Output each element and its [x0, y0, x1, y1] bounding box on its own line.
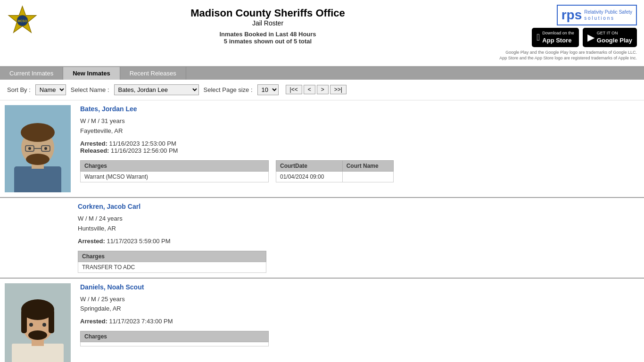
- tab-recent-releases[interactable]: Recent Releases: [120, 67, 186, 80]
- google-play-icon: ▶: [587, 32, 594, 43]
- table-row: 01/04/2024 09:00: [276, 171, 394, 182]
- inmate-details: Daniels, Noah Scout W / M / 25 years Spr…: [80, 283, 639, 347]
- name-select[interactable]: Bates, Jordan Lee Corkren, Jacob Carl Da…: [114, 84, 199, 95]
- sheriff-logo: MCSO: [7, 5, 40, 37]
- app-disclaimer: Google Play and the Google Play logo are…: [499, 49, 637, 61]
- inmate-name[interactable]: Bates, Jordan Lee: [80, 105, 639, 113]
- svg-point-23: [42, 323, 46, 327]
- site-title-block: Madison County Sheriffs Office Jail Rost…: [40, 5, 495, 45]
- inmate-row: Bates, Jordan Lee W / M / 31 years Fayet…: [0, 100, 644, 198]
- inmate-details: Corkren, Jacob Carl W / M / 24 years Hun…: [78, 203, 639, 273]
- rps-subtitle: Relativity Public Safety s o l u t i o n…: [584, 9, 632, 21]
- court-name-value: [342, 171, 393, 182]
- charges-table: Charges TRANSFER TO ADC: [78, 251, 266, 273]
- sheriff-star-icon: MCSO: [7, 5, 38, 35]
- charges-header: Charges: [81, 331, 269, 342]
- inmate-demographics: W / M / 24 years Huntsville, AR: [78, 214, 639, 234]
- app-store-button[interactable]:  Download on the App Store: [532, 28, 579, 47]
- filter-controls: Sort By : Name Date Select Name : Bates,…: [0, 80, 644, 100]
- prev-page-button[interactable]: <: [304, 85, 315, 94]
- inmate-row: Daniels, Noah Scout W / M / 25 years Spr…: [0, 279, 644, 362]
- svg-point-7: [21, 123, 55, 142]
- header-right-block: rps Relativity Public Safety s o l u t i…: [495, 5, 637, 61]
- svg-rect-4: [14, 166, 61, 192]
- tab-new-inmates[interactable]: New Inmates: [63, 67, 120, 80]
- inmate-demographics: W / M / 25 years Springdale, AR: [80, 295, 639, 314]
- page-title: Madison County Sheriffs Office: [40, 7, 495, 19]
- inmate-dates: Arrested: 11/17/2023 7:43:00 PM: [80, 318, 639, 325]
- rps-subtitle-line2: s o l u t i o n s: [584, 15, 632, 21]
- court-table: CourtDate Court Name 01/04/2024 09:00: [276, 160, 394, 182]
- charge-value: [81, 342, 269, 346]
- court-name-header: Court Name: [342, 160, 393, 171]
- inmate-name[interactable]: Daniels, Noah Scout: [80, 283, 639, 291]
- name-select-label: Select Name :: [71, 86, 109, 93]
- pagination-buttons: |<< < > >>|: [286, 85, 347, 94]
- charges-table: Charges Warrant (MCSO Warrant): [80, 160, 269, 182]
- inmates-count-label: 5 inmates shown out of 5 total: [40, 38, 495, 45]
- inmate-tables: Charges: [80, 329, 639, 346]
- page-size-select[interactable]: 10 25 50: [257, 84, 279, 95]
- sort-select[interactable]: Name Date: [35, 84, 66, 95]
- inmate-tables: Charges Warrant (MCSO Warrant) CourtDate…: [80, 158, 639, 182]
- svg-rect-19: [21, 310, 27, 333]
- sort-label: Sort By :: [7, 86, 31, 93]
- charge-value: TRANSFER TO ADC: [78, 262, 266, 272]
- inmate-details: Bates, Jordan Lee W / M / 31 years Fayet…: [80, 105, 639, 182]
- charges-header: Charges: [81, 160, 269, 171]
- mugshot-image: [5, 105, 71, 192]
- svg-point-12: [28, 147, 31, 150]
- app-download-buttons:  Download on the App Store ▶ GET IT ON …: [532, 28, 637, 47]
- charges-header: Charges: [78, 251, 266, 262]
- inmate-name[interactable]: Corkren, Jacob Carl: [78, 203, 639, 210]
- rps-logo-text: rps: [561, 8, 582, 23]
- inmate-dates: Arrested: 11/17/2023 5:59:00 PM: [78, 238, 639, 245]
- mugshot-image: [5, 283, 71, 362]
- svg-point-22: [29, 323, 33, 327]
- inmates-booked-label: Inmates Booked in Last 48 Hours: [40, 31, 495, 38]
- table-row: [81, 342, 269, 346]
- google-play-button[interactable]: ▶ GET IT ON Google Play: [583, 28, 637, 47]
- tab-current-inmates[interactable]: Current Inmates: [0, 67, 63, 80]
- rps-subtitle-line1: Relativity Public Safety: [584, 9, 632, 15]
- page-subtitle: Jail Roster: [40, 19, 495, 27]
- court-date-value: 01/04/2024 09:00: [276, 171, 343, 182]
- inmate-row: Corkren, Jacob Carl W / M / 24 years Hun…: [0, 198, 644, 279]
- rps-logo: rps Relativity Public Safety s o l u t i…: [557, 5, 637, 25]
- svg-rect-20: [49, 310, 54, 333]
- inmate-photo: [5, 105, 73, 192]
- svg-rect-15: [12, 344, 64, 362]
- charge-value: Warrant (MCSO Warrant): [81, 171, 269, 182]
- page-size-label: Select Page size :: [204, 86, 253, 93]
- svg-point-21: [28, 330, 47, 340]
- app-store-text: Download on the App Store: [542, 30, 574, 45]
- table-row: TRANSFER TO ADC: [78, 262, 266, 272]
- svg-point-13: [44, 147, 47, 150]
- next-page-button[interactable]: >: [317, 85, 329, 94]
- svg-text:MCSO: MCSO: [18, 19, 27, 23]
- charges-table: Charges: [80, 331, 269, 346]
- inmate-photo: [5, 283, 73, 362]
- inmate-demographics: W / M / 31 years Fayetteville, AR: [80, 116, 639, 136]
- inmate-tables: Charges TRANSFER TO ADC: [78, 248, 639, 273]
- apple-icon: : [537, 32, 540, 43]
- svg-point-8: [26, 154, 50, 165]
- table-row: Warrant (MCSO Warrant): [81, 171, 269, 182]
- navigation-tabs: Current Inmates New Inmates Recent Relea…: [0, 66, 644, 80]
- inmate-count-block: Inmates Booked in Last 48 Hours 5 inmate…: [40, 31, 495, 45]
- last-page-button[interactable]: >>|: [330, 85, 347, 94]
- inmate-list: Bates, Jordan Lee W / M / 31 years Fayet…: [0, 100, 644, 362]
- inmate-dates: Arrested: 11/16/2023 12:53:00 PM Release…: [80, 140, 639, 154]
- page-header: MCSO Madison County Sheriffs Office Jail…: [0, 0, 644, 66]
- google-play-text: GET IT ON Google Play: [597, 30, 632, 45]
- first-page-button[interactable]: |<<: [286, 85, 302, 94]
- court-date-header: CourtDate: [276, 160, 343, 171]
